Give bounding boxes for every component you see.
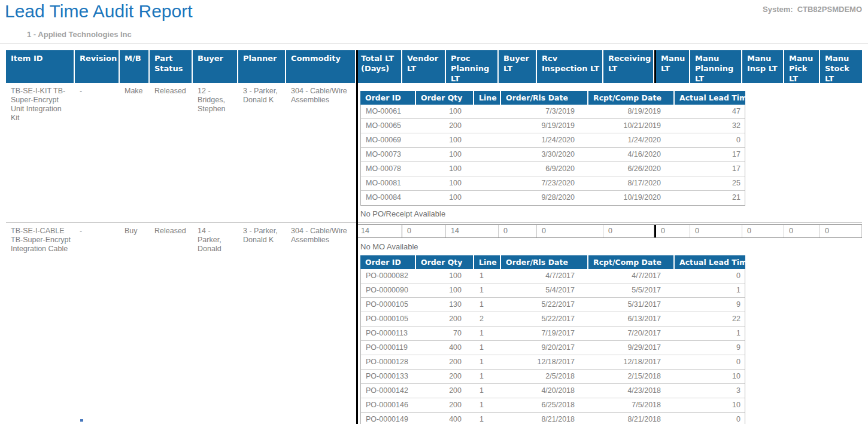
order-cell-line: 1 xyxy=(475,327,502,340)
order-table-header: Order IDOrder QtyLineOrder/Rls DateRcpt/… xyxy=(360,91,745,105)
order-cell-order-qty: 70 xyxy=(417,327,475,340)
column-header-manu-stock-lt: Manu Stock LT xyxy=(820,50,862,83)
lead-time-audit-report-page: Lead Time Audit Report System:CTB82PSMDE… xyxy=(0,0,868,424)
system-label: System: xyxy=(763,5,793,14)
order-cell-rcpt-comp-date: 8/21/2018 xyxy=(589,413,675,424)
order-row: PO-00001137017/19/20177/20/20171 xyxy=(361,327,745,341)
lt-values-row: 1401400000000 xyxy=(356,224,862,238)
item-row-tb-se-i-kit: TB-SE-I-KIT TB-Super-Encrypt Unit Integr… xyxy=(6,83,862,223)
item-commodity: 304 - Cable/Wire Assemblies xyxy=(286,223,356,245)
order-cell-order-rls-date: 8/21/2018 xyxy=(502,413,589,424)
order-cell-rcpt-comp-date: 4/7/2017 xyxy=(589,269,675,283)
order-cell-order-id: MO-00078 xyxy=(361,162,417,176)
column-header-total-lt-days: Total LT (Days) xyxy=(356,50,402,83)
order-cell-order-qty: 100 xyxy=(417,148,475,161)
order-row: MO-000781006/9/20206/26/202017 xyxy=(361,162,745,176)
order-cell-order-qty: 100 xyxy=(417,162,475,176)
order-cell-actual-lead-time: 3 xyxy=(675,384,745,398)
order-cell-order-rls-date: 9/19/2019 xyxy=(502,119,589,133)
mo-order-table: Order IDOrder QtyLineOrder/Rls DateRcpt/… xyxy=(360,91,745,206)
order-cell-line xyxy=(475,191,502,205)
order-cell-line: 1 xyxy=(475,283,502,297)
order-cell-order-qty: 100 xyxy=(417,269,475,283)
lt-value-8: 0 xyxy=(742,225,784,237)
order-cell-line xyxy=(475,105,502,118)
order-cell-line: 1 xyxy=(475,370,502,383)
order-cell-order-rls-date: 7/19/2017 xyxy=(502,327,589,340)
order-cell-order-rls-date: 5/22/2017 xyxy=(502,298,589,312)
item-buyer: 12 - Bridges, Stephen xyxy=(193,83,238,114)
order-cell-order-qty: 200 xyxy=(417,398,475,412)
order-table-body: PO-000008210014/7/20174/7/20170PO-000009… xyxy=(360,269,745,424)
order-cell-order-id: MO-00084 xyxy=(361,191,417,205)
order-cell-order-id: PO-0000149 xyxy=(361,413,417,424)
no-po-receipt-message: No PO/Receipt Available xyxy=(356,209,862,218)
item-planner: 3 - Parker, Donald K xyxy=(238,83,286,105)
order-row: MO-000652009/19/201910/21/201932 xyxy=(361,119,745,133)
order-table-body: MO-000611007/3/20198/19/201947MO-0006520… xyxy=(360,105,745,206)
order-column-header-order-rls-date: Order/Rls Date xyxy=(501,91,588,105)
order-cell-actual-lead-time: 22 xyxy=(675,312,745,326)
order-column-header-order-qty: Order Qty xyxy=(416,91,474,105)
order-cell-order-id: PO-0000133 xyxy=(361,370,417,383)
order-cell-order-qty: 400 xyxy=(417,341,475,355)
report-items: TB-SE-I-KIT TB-Super-Encrypt Unit Integr… xyxy=(6,83,862,424)
order-row: PO-000010513015/22/20175/31/20179 xyxy=(361,298,745,312)
column-header-planner: Planner xyxy=(238,50,286,83)
order-cell-order-id: PO-0000146 xyxy=(361,398,417,412)
order-cell-order-id: MO-00065 xyxy=(361,119,417,133)
order-cell-line xyxy=(475,162,502,176)
order-row: MO-000691001/24/20201/24/20200 xyxy=(361,133,745,148)
order-column-header-actual-lead-time: Actual Lead Time xyxy=(675,91,745,105)
order-cell-line xyxy=(475,133,502,147)
order-cell-actual-lead-time: 0 xyxy=(675,269,745,283)
order-cell-line: 1 xyxy=(475,398,502,412)
column-header-receiving-lt: Receiving LT xyxy=(603,50,654,83)
order-cell-rcpt-comp-date: 10/21/2019 xyxy=(589,119,675,133)
column-header-manu-lt: Manu LT xyxy=(656,50,690,83)
order-row: MO-000611007/3/20198/19/201947 xyxy=(361,105,745,119)
order-cell-line: 1 xyxy=(475,298,502,312)
no-mo-message: No MO Available xyxy=(356,242,862,251)
order-cell-order-rls-date: 4/7/2017 xyxy=(502,269,589,283)
item-commodity: 304 - Cable/Wire Assemblies xyxy=(286,83,356,105)
organization-name: 1 - Applied Technologies Inc xyxy=(27,30,132,39)
order-cell-order-id: PO-0000090 xyxy=(361,283,417,297)
lt-value-7: 0 xyxy=(690,225,742,237)
order-cell-order-qty: 200 xyxy=(417,370,475,383)
order-row: PO-000008210014/7/20174/7/20170 xyxy=(361,269,745,283)
order-cell-actual-lead-time: 17 xyxy=(675,148,745,161)
item-mb: Buy xyxy=(120,223,150,236)
order-row: PO-000014220014/20/20184/23/20183 xyxy=(361,384,745,398)
lt-value-5: 0 xyxy=(603,225,654,237)
order-cell-order-rls-date: 5/22/2017 xyxy=(502,312,589,326)
order-column-header-order-id: Order ID xyxy=(360,91,416,105)
order-cell-actual-lead-time: 10 xyxy=(675,398,745,412)
order-cell-order-rls-date: 7/3/2019 xyxy=(502,105,589,118)
lt-value-2: 14 xyxy=(446,225,499,237)
order-cell-line: 2 xyxy=(475,312,502,326)
column-header-commodity: Commodity xyxy=(286,50,356,83)
po-order-table: Order IDOrder QtyLineOrder/Rls DateRcpt/… xyxy=(360,255,745,424)
order-cell-order-rls-date: 4/20/2018 xyxy=(502,384,589,398)
column-header-rcv-inspection-lt: Rcv Inspection LT xyxy=(537,50,603,83)
order-cell-order-qty: 400 xyxy=(417,413,475,424)
column-header-item-id: Item ID xyxy=(6,50,75,83)
order-row: MO-000811007/23/20208/17/202025 xyxy=(361,176,745,191)
order-cell-order-id: MO-00073 xyxy=(361,148,417,161)
order-cell-rcpt-comp-date: 4/23/2018 xyxy=(589,384,675,398)
section-divider-line xyxy=(356,50,358,424)
order-row: PO-000013320012/5/20182/15/201810 xyxy=(361,370,745,384)
order-cell-order-qty: 100 xyxy=(417,105,475,118)
order-row: MO-000731003/30/20204/16/202017 xyxy=(361,148,745,162)
column-header-vendor-lt: Vendor LT xyxy=(402,50,446,83)
item-row-tb-se-i-cable: TB-SE-I-CABLE TB-Super-Encrypt Integrati… xyxy=(6,223,862,424)
order-cell-order-id: MO-00061 xyxy=(361,105,417,118)
order-cell-order-qty: 200 xyxy=(417,355,475,369)
order-cell-line xyxy=(475,176,502,190)
column-header-manu-pick-lt: Manu Pick LT xyxy=(784,50,820,83)
order-row: PO-000014620016/25/20187/5/201810 xyxy=(361,398,745,413)
order-row: MO-000841009/28/202010/19/202021 xyxy=(361,191,745,205)
order-cell-actual-lead-time: 0 xyxy=(675,133,745,147)
order-cell-order-id: PO-0000105 xyxy=(361,298,417,312)
